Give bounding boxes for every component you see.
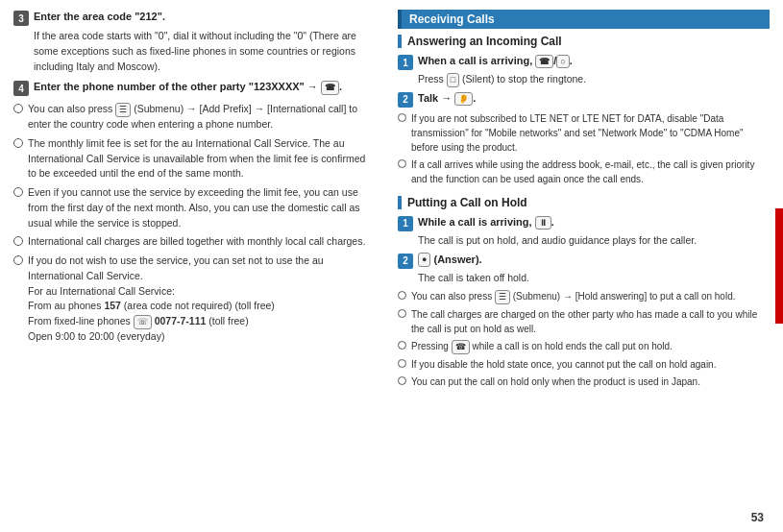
ans-bullet-text-1: If you are not subscribed to LTE NET or … (411, 111, 770, 155)
bullet-circle-3 (13, 187, 23, 197)
submenu-key-2: ☰ (495, 290, 510, 304)
bullet-circle-2 (13, 138, 23, 148)
silent-key-icon: □ (447, 73, 459, 87)
answering-bullets: If you are not subscribed to LTE NET or … (398, 111, 770, 186)
answering-step-1-body: Press □ (Silent) to stop the ringtone. (398, 72, 770, 87)
hold-key-icon: ⏸ (535, 216, 551, 230)
bullet-text-2: The monthly limit fee is set for the au … (28, 136, 371, 181)
hold-step-2-title: ● (Answer). (418, 253, 482, 267)
phone-key-icon: ☏ (134, 315, 152, 329)
red-side-tab: Phone (775, 208, 783, 324)
ans-bullet-circle-2 (398, 159, 406, 168)
step-3-number: 3 (13, 11, 29, 26)
answering-step-1-header: 1 When a call is arriving, ☎/○. (398, 54, 770, 70)
hold-bullets: You can also press ☰ (Submenu) → [Hold a… (398, 289, 770, 388)
page-number: 53 (751, 511, 764, 524)
hold-bullet-circle-1 (398, 291, 406, 300)
bullet-circle-1 (13, 104, 23, 113)
circle-icon-1: ○ (556, 55, 569, 69)
hold-bullet-4: If you disable the hold state once, you … (398, 357, 770, 372)
left-bullet-2: The monthly limit fee is set for the au … (13, 136, 371, 181)
hold-bullet-2: The call charges are charged on the othe… (398, 307, 770, 336)
hold-step-1-header: 1 While a call is arriving, ⏸. (398, 215, 770, 231)
side-label: Phone (744, 250, 755, 282)
hold-bullet-text-2: The call charges are charged on the othe… (411, 307, 770, 336)
answering-section: Answering an Incoming Call 1 When a call… (398, 35, 770, 186)
answering-bullet-1: If you are not subscribed to LTE NET or … (398, 111, 770, 155)
hold-section: Putting a Call on Hold 1 While a call is… (398, 196, 770, 389)
hold-step-1-title: While a call is arriving, ⏸. (418, 215, 554, 230)
hold-step-2-body: The call is taken off hold. (398, 271, 770, 286)
hold-bullet-circle-3 (398, 341, 406, 350)
hold-sub-header: Putting a Call on Hold (398, 196, 770, 209)
bullet-text-3: Even if you cannot use the service by ex… (28, 185, 371, 230)
hold-bullet-text-4: If you disable the hold state once, you … (411, 357, 716, 372)
hold-bullet-1: You can also press ☰ (Submenu) → [Hold a… (398, 289, 770, 304)
answering-step-2-header: 2 Talk → 👂. (398, 91, 770, 108)
left-bullet-5: If you do not wish to use the service, y… (13, 254, 371, 345)
answer-key-icon: ● (418, 253, 430, 267)
section-bar-2 (398, 196, 402, 209)
step-3-body: If the area code starts with "0", dial i… (13, 29, 371, 74)
answering-title: Answering an Incoming Call (407, 35, 562, 48)
hold-bullet-text-3: Pressing ☎ while a call is on hold ends … (411, 339, 673, 354)
hold-step-1-num: 1 (398, 216, 413, 231)
end-key-icon: ☎ (452, 340, 470, 354)
section-bar-1 (398, 35, 402, 48)
ear-icon: 👂 (454, 92, 473, 107)
phone-icon-1: ☎ (535, 55, 553, 69)
bullet-text-4: International call charges are billed to… (28, 234, 371, 250)
hold-step-2-header: 2 ● (Answer). (398, 253, 770, 269)
right-column: Receiving Calls Answering an Incoming Ca… (384, 0, 783, 532)
left-column: 3 Enter the area code "212". If the area… (0, 0, 384, 532)
hold-bullet-circle-4 (398, 359, 406, 368)
hold-bullet-3: Pressing ☎ while a call is on hold ends … (398, 339, 770, 354)
call-key-icon: ☎ (321, 81, 339, 95)
hold-step-2-num: 2 (398, 254, 413, 269)
step-3-block: 3 Enter the area code "212". If the area… (13, 10, 371, 74)
hold-bullet-circle-2 (398, 309, 406, 318)
bullet-text-5: If you do not wish to use the service, y… (28, 254, 371, 345)
left-bullet-3: Even if you cannot use the service by ex… (13, 185, 371, 230)
main-section-title: Receiving Calls (409, 12, 495, 26)
hold-bullet-text-1: You can also press ☰ (Submenu) → [Hold a… (411, 289, 736, 304)
hold-bullet-5: You can put the call on hold only when t… (398, 375, 770, 389)
step-4-header: 4 Enter the phone number of the other pa… (13, 80, 371, 96)
step-4-number: 4 (13, 81, 29, 96)
answering-bullet-2: If a call arrives while using the addres… (398, 157, 770, 186)
bullet-text-1: You can also press ☰ (Submenu) → [Add Pr… (28, 102, 371, 133)
ans-bullet-text-2: If a call arrives while using the addres… (411, 157, 770, 186)
main-section-header: Receiving Calls (398, 10, 770, 29)
answering-step-2-num: 2 (398, 92, 413, 108)
answering-step-2-title: Talk → 👂. (418, 91, 476, 106)
step-3-header: 3 Enter the area code "212". (13, 10, 371, 26)
hold-title: Putting a Call on Hold (407, 196, 527, 209)
left-bullets: You can also press ☰ (Submenu) → [Add Pr… (13, 102, 371, 344)
answering-step-1-num: 1 (398, 55, 413, 70)
step-3-title: Enter the area code "212". (34, 10, 165, 24)
hold-bullet-text-5: You can put the call on hold only when t… (411, 375, 700, 389)
bullet-circle-4 (13, 236, 23, 246)
step-4-block: 4 Enter the phone number of the other pa… (13, 80, 371, 96)
left-bullet-4: International call charges are billed to… (13, 234, 371, 250)
hold-step-1-body: The call is put on hold, and audio guida… (398, 233, 770, 249)
submenu-key-1: ☰ (115, 103, 131, 117)
step-4-title: Enter the phone number of the other part… (34, 80, 342, 94)
ans-bullet-circle-1 (398, 113, 406, 122)
answering-step-1-title: When a call is arriving, ☎/○. (418, 54, 573, 68)
left-bullet-1: You can also press ☰ (Submenu) → [Add Pr… (13, 102, 371, 133)
hold-bullet-circle-5 (398, 376, 406, 385)
bullet-circle-5 (13, 255, 23, 265)
answering-sub-header: Answering an Incoming Call (398, 35, 770, 48)
